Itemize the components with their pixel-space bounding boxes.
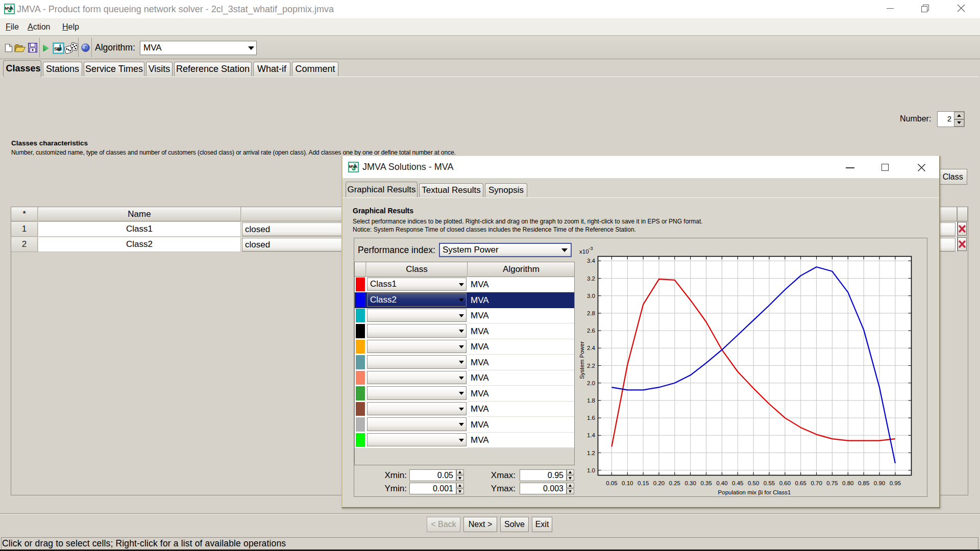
svg-text:0.40: 0.40 — [716, 480, 727, 486]
svg-text:2.6: 2.6 — [587, 328, 595, 334]
svg-text:1.4: 1.4 — [587, 432, 596, 438]
svg-text:0.60: 0.60 — [779, 480, 791, 486]
svg-text:0.25: 0.25 — [669, 480, 680, 486]
svg-text:0.70: 0.70 — [811, 480, 822, 486]
svg-text:2.8: 2.8 — [587, 310, 595, 316]
svg-text:1.2: 1.2 — [587, 450, 595, 456]
svg-text:1.8: 1.8 — [587, 397, 595, 404]
svg-text:MVA: MVA — [5, 6, 14, 11]
svg-text:0.75: 0.75 — [826, 480, 838, 486]
svg-text:0.50: 0.50 — [748, 480, 759, 486]
svg-text:2.4: 2.4 — [587, 345, 596, 351]
svg-text:0.30: 0.30 — [685, 480, 696, 486]
svg-text:0.80: 0.80 — [842, 480, 853, 486]
svg-text:1.0: 1.0 — [587, 467, 595, 473]
svg-text:System Power: System Power — [579, 341, 585, 379]
svg-text:0.90: 0.90 — [874, 480, 885, 486]
svg-text:SIM: SIM — [54, 46, 62, 52]
svg-text:3.2: 3.2 — [587, 276, 595, 282]
svg-text:Population mix βi for Class1: Population mix βi for Class1 — [718, 489, 791, 495]
svg-text:MVA: MVA — [349, 164, 358, 169]
svg-text:0.65: 0.65 — [795, 480, 806, 486]
svg-text:0.35: 0.35 — [700, 480, 712, 486]
svg-text:0.95: 0.95 — [890, 480, 901, 486]
svg-text:1.6: 1.6 — [587, 415, 595, 421]
svg-text:0.15: 0.15 — [638, 480, 649, 486]
svg-text:2.0: 2.0 — [587, 380, 595, 386]
svg-text:0.20: 0.20 — [653, 480, 665, 486]
svg-text:0.10: 0.10 — [622, 480, 633, 486]
svg-text:3.4: 3.4 — [587, 258, 596, 264]
svg-text:0.05: 0.05 — [606, 480, 617, 486]
svg-text:0.45: 0.45 — [732, 480, 743, 486]
svg-text:0.55: 0.55 — [764, 480, 775, 486]
svg-text:-3: -3 — [589, 245, 593, 251]
svg-text:?: ? — [84, 44, 87, 52]
svg-text:2.2: 2.2 — [587, 363, 595, 369]
svg-text:0.85: 0.85 — [858, 480, 869, 486]
svg-text:3.0: 3.0 — [587, 293, 595, 299]
svg-text:x10: x10 — [579, 248, 589, 255]
